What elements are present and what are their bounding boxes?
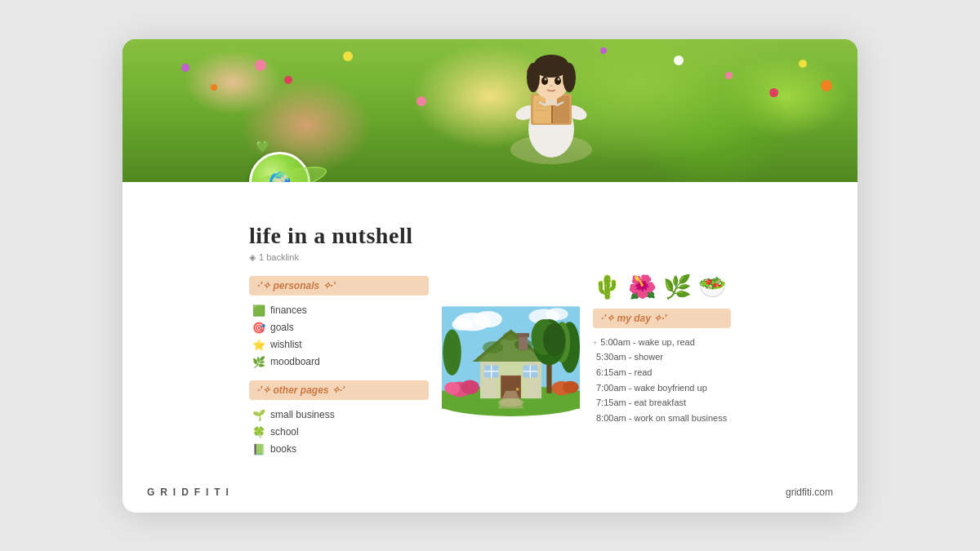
footer-brand-right: gridfiti.com xyxy=(786,487,833,498)
svg-point-24 xyxy=(474,311,502,327)
page-wrapper: 🌍 life in a nutshell ◈ 1 backlink ·'✧ pe… xyxy=(122,39,858,513)
schedule-time-label: 5:30am - shower xyxy=(596,349,663,365)
house-image-column xyxy=(442,276,580,458)
svg-point-20 xyxy=(550,85,553,87)
planet-face: 🌍 xyxy=(269,173,291,182)
banner-figure xyxy=(502,51,600,170)
svg-point-34 xyxy=(461,380,479,394)
pixel-icon-2: 🌺 xyxy=(628,276,657,299)
books-icon: 📗 xyxy=(252,443,265,455)
finances-label: finances xyxy=(270,304,307,316)
banner: 🌍 xyxy=(122,39,858,182)
svg-point-19 xyxy=(558,78,560,80)
two-column-layout: ·'✧ personals ✧·' 🟩 finances 🎯 goals ⭐ w… xyxy=(249,276,731,458)
banner-background xyxy=(122,39,858,182)
flower-decoration xyxy=(211,84,217,91)
flower-decoration xyxy=(674,56,684,65)
svg-point-61 xyxy=(543,323,566,356)
nav-item-finances[interactable]: 🟩 finances xyxy=(249,302,429,319)
schedule-time-label: 7:15am - eat breakfast xyxy=(596,395,686,411)
backlink[interactable]: ◈ 1 backlink xyxy=(249,252,731,263)
books-label: books xyxy=(270,443,296,455)
house-image xyxy=(442,276,580,439)
section-gap: ·'✧ other pages ✧·' 🌱 small business 🍀 s… xyxy=(249,380,429,458)
pixel-icon-4: 🥗 xyxy=(698,276,727,299)
schedule-item: 8:00am - work on small business xyxy=(593,411,731,426)
small-business-icon: 🌱 xyxy=(252,409,265,421)
flower-decoration xyxy=(799,60,807,68)
svg-point-16 xyxy=(541,77,548,85)
content-area: life in a nutshell ◈ 1 backlink ·'✧ pers… xyxy=(122,182,858,474)
page-title: life in a nutshell xyxy=(249,223,731,249)
school-label: school xyxy=(270,426,299,438)
small-business-label: small business xyxy=(270,409,335,420)
schedule-time-label: 5:00am - wake up, read xyxy=(600,335,695,350)
svg-point-51 xyxy=(516,387,519,390)
nav-item-school[interactable]: 🍀 school xyxy=(249,424,429,441)
right-column: 🌵 🌺 🌿 🥗 ·'✧ my day ✧·' + 5:00am - wake u… xyxy=(593,276,731,458)
svg-point-35 xyxy=(444,382,460,394)
svg-rect-15 xyxy=(533,63,569,73)
footer-brand-left: G R I D F I T I xyxy=(147,487,230,498)
nav-item-wishlist[interactable]: ⭐ wishlist xyxy=(249,336,429,353)
svg-point-17 xyxy=(555,77,561,85)
pixel-icon-3: 🌿 xyxy=(663,276,692,299)
wishlist-label: wishlist xyxy=(270,339,302,350)
flower-decoration xyxy=(343,51,353,61)
svg-point-44 xyxy=(483,340,503,353)
flower-decoration xyxy=(821,80,832,91)
avatar-container: 🌍 xyxy=(249,152,310,182)
moodboard-label: moodboard xyxy=(270,356,320,367)
finances-icon: 🟩 xyxy=(252,304,265,317)
schedule-item: 7:15am - eat breakfast xyxy=(593,395,731,411)
nav-item-books[interactable]: 📗 books xyxy=(249,441,429,458)
svg-point-18 xyxy=(545,78,547,80)
svg-point-46 xyxy=(503,331,519,340)
bullet: + xyxy=(593,337,597,349)
schedule-item: + 5:00am - wake up, read xyxy=(593,335,731,350)
flower-decoration xyxy=(725,72,733,79)
flower-decoration xyxy=(255,60,266,71)
nav-item-goals[interactable]: 🎯 goals xyxy=(249,319,429,336)
schedule-time-label: 8:00am - work on small business xyxy=(596,411,727,426)
moodboard-icon: 🌿 xyxy=(252,356,265,368)
nav-item-small-business[interactable]: 🌱 small business xyxy=(249,407,429,424)
flower-decoration xyxy=(284,76,292,84)
schedule-list: + 5:00am - wake up, read 5:30am - shower… xyxy=(593,335,731,426)
flower-decoration xyxy=(416,96,426,106)
pixel-icons-row: 🌵 🌺 🌿 🥗 xyxy=(593,276,731,299)
other-pages-header: ·'✧ other pages ✧·' xyxy=(249,380,429,400)
schedule-item: 7:00am - wake boyfriend up xyxy=(593,380,731,396)
goals-label: goals xyxy=(270,322,294,333)
svg-point-37 xyxy=(563,380,579,393)
schedule-item: 5:30am - shower xyxy=(593,349,731,365)
svg-rect-48 xyxy=(517,332,529,336)
backlink-text: 1 backlink xyxy=(259,252,299,262)
schedule-time-label: 6:15am - read xyxy=(596,365,652,380)
flower-decoration xyxy=(600,47,607,54)
schedule-time-label: 7:00am - wake boyfriend up xyxy=(596,380,707,396)
backlink-icon: ◈ xyxy=(249,252,256,263)
flower-decoration xyxy=(181,64,189,72)
nav-item-moodboard[interactable]: 🌿 moodboard xyxy=(249,353,429,371)
my-day-header: ·'✧ my day ✧·' xyxy=(593,309,731,328)
pixel-icon-1: 🌵 xyxy=(593,276,621,299)
svg-point-27 xyxy=(546,308,568,320)
flower-decoration xyxy=(769,88,778,97)
svg-point-25 xyxy=(452,318,473,330)
left-nav: ·'✧ personals ✧·' 🟩 finances 🎯 goals ⭐ w… xyxy=(249,276,429,458)
planet-avatar: 🌍 xyxy=(249,152,310,182)
schedule-item: 6:15am - read xyxy=(593,365,731,380)
svg-point-28 xyxy=(443,329,461,375)
personals-header: ·'✧ personals ✧·' xyxy=(249,276,429,295)
school-icon: 🍀 xyxy=(252,426,265,438)
wishlist-icon: ⭐ xyxy=(252,339,265,351)
goals-icon: 🎯 xyxy=(252,322,265,334)
